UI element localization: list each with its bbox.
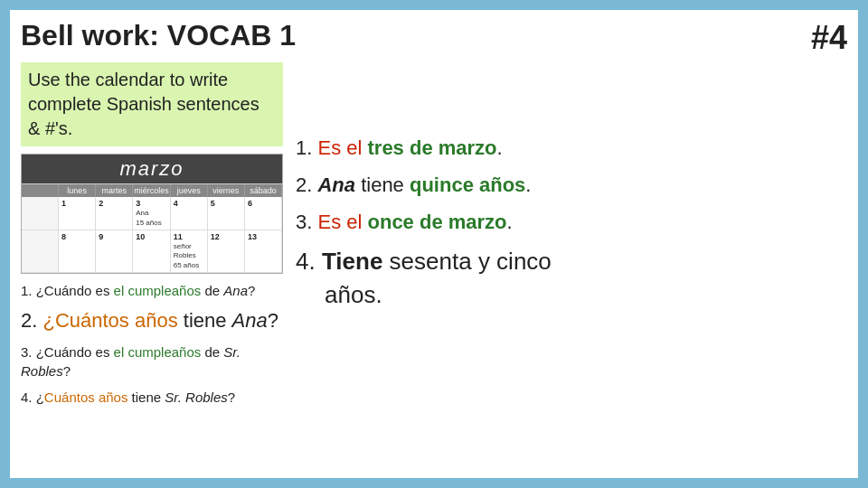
q3-num: 3.: [21, 344, 36, 360]
page-title: Bell work: VOCAB 1: [21, 19, 296, 52]
q1-end: ?: [248, 283, 255, 298]
cal-header-blank: [22, 184, 59, 197]
q4-start: ¿: [36, 389, 44, 405]
a3-p1: Es el: [317, 211, 367, 233]
q2-highlight1: ¿Cuántos años: [42, 309, 177, 332]
q2-italic: Ana: [232, 309, 268, 332]
cal-header-miercoles: miércoles: [133, 184, 171, 197]
q3-highlight: el cumpleaños: [114, 344, 202, 360]
a2-p2: tiene: [355, 174, 410, 196]
instructions-text: Use the calendar to write complete Spani…: [21, 62, 283, 146]
cal-cell-w2-4: 11señorRobles65 años: [171, 230, 208, 273]
right-panel: 1. Es el tres de marzo. 2. Ana tiene qui…: [296, 62, 847, 414]
question-3: 3. ¿Cuándo es el cumpleaños de Sr. Roble…: [21, 343, 283, 380]
a3-p2: once de marzo: [368, 211, 507, 233]
q4-italic: Sr. Robles: [165, 389, 227, 405]
cal-header-sabado: sábado: [245, 184, 282, 197]
q2-text1: tiene: [178, 309, 232, 332]
cal-cell-w2-3: 10: [133, 230, 171, 273]
q4-text1: tiene: [127, 389, 165, 405]
cal-cell-w1-3: 3Ana15 años: [133, 197, 171, 230]
q2-num: 2.: [21, 309, 42, 332]
q1-highlight: el cumpleaños: [114, 283, 202, 298]
a3-num: 3.: [296, 211, 317, 233]
content-row: Use the calendar to write complete Spani…: [21, 62, 847, 414]
page-number: #4: [811, 19, 847, 57]
q4-num: 4.: [21, 389, 36, 405]
q3-text1: ¿Cuándo es: [36, 344, 114, 360]
q3-text2: de: [201, 344, 223, 360]
cal-cell-w2-6: 13: [245, 230, 282, 273]
answer-4: 4. Tiene sesenta y cinco años.: [296, 245, 847, 311]
left-panel: Use the calendar to write complete Spani…: [21, 62, 283, 414]
answer-3: 3. Es el once de marzo.: [296, 209, 847, 237]
q1-italic: Ana: [223, 283, 248, 298]
cal-cell-w1-4: 4: [171, 197, 208, 230]
a1-p3: .: [497, 136, 503, 159]
questions-list: 1. ¿Cuándo es el cumpleaños de Ana? 2. ¿…: [21, 281, 283, 407]
calendar-grid: lunes martes miércoles jueves viernes sá…: [22, 183, 282, 273]
answer-2: 2. Ana tiene quince años.: [296, 172, 847, 200]
question-1: 1. ¿Cuándo es el cumpleaños de Ana?: [21, 281, 283, 300]
cal-cell-w2-0: [22, 230, 59, 273]
cal-cell-w1-5: 5: [208, 197, 245, 230]
q3-end: ?: [63, 363, 71, 379]
q1-text1: ¿Cuándo es: [36, 283, 114, 298]
cal-cell-w1-1: 1: [59, 197, 96, 230]
question-4: 4. ¿Cuántos años tiene Sr. Robles?: [21, 388, 283, 407]
cal-cell-w2-1: 8: [59, 230, 96, 273]
a2-p3: quince años: [410, 174, 525, 196]
cal-cell-w1-6: 6: [245, 197, 282, 230]
cal-header-lunes: lunes: [59, 184, 96, 197]
a2-p4: .: [525, 174, 531, 196]
q4-end: ?: [228, 389, 235, 405]
a2-num: 2.: [296, 174, 317, 196]
cal-header-viernes: viernes: [208, 184, 245, 197]
a4-p3: años.: [296, 281, 382, 308]
a1-p1: Es el: [317, 136, 367, 159]
a4-p2: sesenta y cinco: [390, 248, 552, 275]
main-container: Bell work: VOCAB 1 #4 Use the calendar t…: [7, 7, 861, 481]
q4-highlight: Cuántos años: [44, 389, 128, 405]
calendar-title: marzo: [22, 155, 282, 183]
question-2: 2. ¿Cuántos años tiene Ana?: [21, 307, 283, 335]
cal-header-jueves: jueves: [171, 184, 208, 197]
cal-cell-w1-2: 2: [96, 197, 133, 230]
a2-p1: Ana: [317, 174, 355, 196]
header-row: Bell work: VOCAB 1 #4: [21, 19, 847, 57]
cal-cell-w2-5: 12: [208, 230, 245, 273]
q1-num: 1.: [21, 283, 36, 298]
a3-p3: .: [507, 211, 513, 233]
answer-1: 1. Es el tres de marzo.: [296, 135, 847, 163]
cal-cell-w1-0: [22, 197, 59, 230]
calendar: marzo lunes martes miércoles jueves vier…: [21, 154, 283, 274]
cal-header-martes: martes: [96, 184, 133, 197]
a4-p1: Tiene: [322, 248, 390, 275]
a1-p2: tres de marzo: [368, 136, 497, 159]
cal-cell-w2-2: 9: [96, 230, 133, 273]
instructions-label: Use the calendar to write complete Spani…: [28, 70, 259, 138]
q1-text2: de: [201, 283, 223, 298]
q2-end: ?: [268, 309, 278, 332]
a4-num: 4.: [296, 248, 322, 275]
a1-num: 1.: [296, 136, 317, 159]
